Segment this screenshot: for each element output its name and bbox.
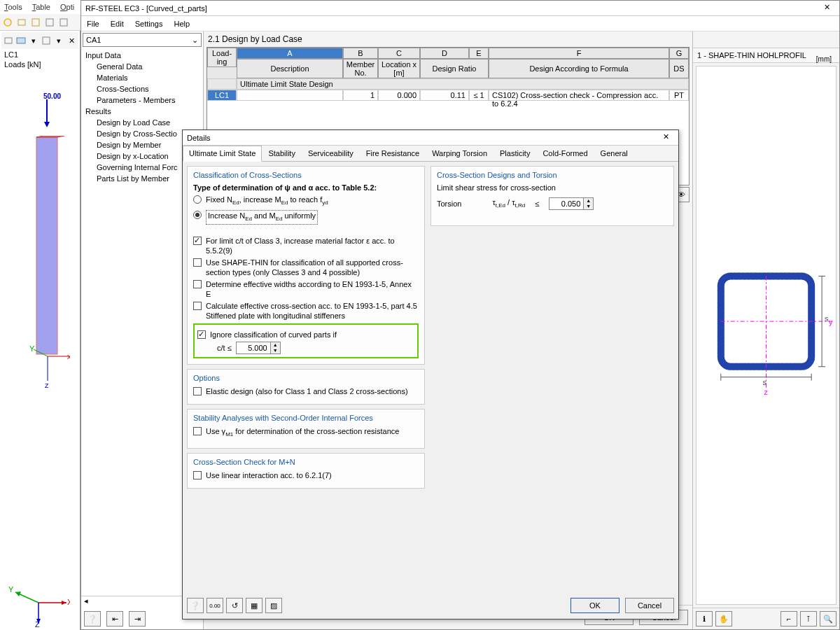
tree-item[interactable]: Materials	[81, 72, 203, 83]
torsion-value-input[interactable]: ▲▼	[549, 197, 594, 210]
check-gamma-m1[interactable]: Use γM1 for determination of the cross-s…	[193, 426, 419, 440]
svg-text:z: z	[764, 388, 769, 396]
load-profile-button[interactable]: ▨	[265, 598, 282, 613]
tab-fire[interactable]: Fire Resistance	[360, 146, 426, 161]
global-axes-icon: X Y Z	[7, 578, 70, 627]
tree-input-data[interactable]: Input Data	[81, 50, 203, 61]
lim-shear-label: Limit shear stress for cross-section	[437, 183, 668, 192]
nav-icon[interactable]	[15, 34, 27, 47]
radio-fixed-n[interactable]: Fixed NEd, increase MEd to reach fyd	[193, 195, 419, 208]
chevron-down-icon: ⌄	[192, 36, 198, 45]
check-elastic[interactable]: Elastic design (also for Class 1 and Cla…	[193, 386, 419, 396]
svg-text:Y: Y	[29, 344, 35, 353]
svg-text:Z: Z	[35, 620, 40, 627]
svg-text:Y: Y	[8, 585, 14, 594]
check-linear-int[interactable]: Use linear interaction acc. to 6.2.1(7)	[193, 470, 419, 480]
close-icon[interactable]: ✕	[824, 3, 835, 14]
svg-rect-5	[5, 38, 12, 43]
tab-stability[interactable]: Stability	[262, 146, 302, 161]
check-shape-thin[interactable]: Use SHAPE-THIN for classification of all…	[193, 258, 419, 277]
svg-rect-4	[60, 19, 67, 26]
module-menubar[interactable]: File Edit Settings Help	[81, 16, 839, 31]
svg-rect-7	[43, 37, 50, 44]
check-ignore-curved[interactable]: Ignore classification of curved parts if	[197, 330, 414, 340]
tab-plasticity[interactable]: Plasticity	[493, 146, 536, 161]
tab-warping[interactable]: Warping Torsion	[426, 146, 493, 161]
dialog-tabs[interactable]: Ultimate Limit State Stability Serviceab…	[183, 146, 678, 162]
menu-file[interactable]: File	[87, 20, 99, 28]
help-button[interactable]: ❔	[187, 598, 204, 613]
tool-icon[interactable]	[1, 16, 14, 29]
nav-icon[interactable]: ▾	[53, 34, 64, 47]
info-icon[interactable]: ℹ	[696, 611, 713, 626]
prev-button[interactable]: ⇤	[106, 611, 123, 626]
tool-icon[interactable]	[43, 16, 56, 29]
units-button[interactable]: 0.00	[206, 598, 223, 613]
module-titlebar: RF-STEEL EC3 - [Curved_ct_parts] ✕	[81, 1, 839, 16]
nav-icon[interactable]: ✕	[66, 34, 77, 47]
case-combo[interactable]: CA1⌄	[83, 33, 202, 47]
tree-item[interactable]: General Data	[81, 61, 203, 72]
close-icon[interactable]: ✕	[663, 132, 674, 144]
tab-general[interactable]: General	[594, 146, 634, 161]
save-profile-button[interactable]: ▦	[246, 598, 262, 613]
reset-button[interactable]: ↺	[226, 598, 243, 613]
tab-serviceability[interactable]: Serviceability	[302, 146, 360, 161]
axes-icon[interactable]: ⌐	[780, 611, 797, 626]
radio-increase-uniform[interactable]: Increase NEd and MEd uniformly	[193, 210, 419, 225]
cancel-button[interactable]: Cancel	[625, 598, 674, 613]
section-panel: 1 - SHAPE-THIN HOHLPROFIL y z	[692, 31, 839, 629]
zoom-icon[interactable]: 🔍	[820, 611, 836, 626]
ct-value-input[interactable]: ▲▼	[236, 342, 281, 354]
menu-edit[interactable]: Edit	[111, 20, 124, 28]
dim-icon[interactable]: ⊺	[800, 611, 817, 626]
svg-rect-6	[17, 38, 25, 43]
svg-rect-10	[36, 137, 57, 354]
torsion-label: Torsion	[437, 200, 461, 208]
tree-results[interactable]: Results	[81, 106, 203, 117]
svg-rect-2	[32, 19, 39, 26]
svg-text:X: X	[67, 598, 70, 606]
svg-rect-1	[18, 20, 25, 25]
tool-icon[interactable]	[15, 16, 28, 29]
section-graphic[interactable]: y z s s [mm]	[696, 66, 836, 605]
grp-stability: Stability Analyses with Second-Order Int…	[187, 409, 425, 448]
svg-text:s: s	[763, 378, 767, 386]
hand-icon[interactable]: ✋	[715, 611, 732, 626]
highlighted-option: Ignore classification of curved parts if…	[193, 323, 419, 358]
help-button[interactable]: ❔	[84, 611, 101, 626]
menu-help[interactable]: Help	[174, 20, 190, 28]
ct-label: c/t ≤	[217, 344, 232, 352]
menu-options[interactable]: Opti	[60, 3, 74, 11]
dialog-titlebar: Details ✕	[183, 130, 678, 146]
check-eff-widths[interactable]: Determine effective widths according to …	[193, 279, 419, 299]
tool-icon[interactable]	[57, 16, 70, 29]
check-stiffened[interactable]: Calculate effective cross-section acc. t…	[193, 301, 419, 321]
ok-button[interactable]: OK	[570, 598, 620, 613]
check-limit-ct[interactable]: For limit c/t of Class 3, increase mater…	[193, 236, 419, 255]
svg-text:x: x	[67, 352, 70, 360]
navigator-panel: ▾ ▾ ✕ LC1 Loads [kN] 50.00 x Y z X Y Z	[0, 31, 80, 630]
menu-settings[interactable]: Settings	[135, 20, 163, 28]
tree-item[interactable]: Design by Load Case	[81, 117, 203, 128]
tree-item[interactable]: Cross-Sections	[81, 83, 203, 94]
tree-item[interactable]: Parameters - Members	[81, 94, 203, 106]
grp-classification: Classification of Cross-Sections Type of…	[187, 166, 425, 365]
tool-icon[interactable]	[29, 16, 42, 29]
tab-uls[interactable]: Ultimate Limit State	[183, 146, 262, 162]
nav-icon[interactable]: ▾	[28, 34, 39, 47]
menu-tools[interactable]: Tools	[4, 3, 22, 11]
model-3d-view[interactable]: x Y z	[28, 136, 70, 388]
svg-marker-9	[44, 122, 50, 127]
table-row: LC1 1 0.000 0.11 ≤ 1 CS102) Cross-sectio…	[207, 90, 689, 101]
lc-label: LC1	[1, 49, 78, 60]
tab-coldformed[interactable]: Cold-Formed	[536, 146, 594, 161]
type-label: Type of determination of ψ and α acc. to…	[193, 183, 419, 192]
dialog-title: Details	[187, 134, 211, 142]
load-arrow-icon	[43, 99, 50, 129]
svg-point-0	[4, 19, 11, 26]
nav-icon[interactable]	[3, 34, 14, 47]
nav-icon[interactable]	[41, 34, 52, 47]
next-button[interactable]: ⇥	[129, 611, 146, 626]
menu-table[interactable]: Table	[32, 3, 50, 11]
